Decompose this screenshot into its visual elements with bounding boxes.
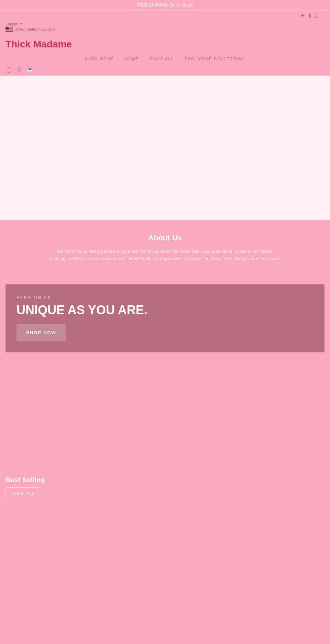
svg-rect-12 xyxy=(6,31,13,32)
brand-title[interactable]: Thick Madame xyxy=(6,39,324,50)
announcement-bar: FREE SHIPPING On all orders xyxy=(0,0,330,11)
svg-rect-8 xyxy=(6,30,13,30)
about-title: About Us xyxy=(6,234,324,242)
product-card[interactable]: SQUARE TOE HIGH HEELS$59.80 xyxy=(247,579,324,644)
fashion-sub-text: FASHION AS xyxy=(16,295,314,300)
nav-shop-all[interactable]: SHOP ALL xyxy=(150,57,174,61)
svg-rect-13 xyxy=(6,27,9,30)
free-shipping-text: FREE SHIPPING xyxy=(137,3,169,8)
currency-chevron: ▾ xyxy=(53,27,55,32)
language-label: English xyxy=(6,22,18,26)
view-all-button[interactable]: VIEW ALL xyxy=(6,487,41,499)
language-currency-bar: English ▾ United States (USD $) ▾ xyxy=(0,20,330,33)
currency-label: United States (USD $) xyxy=(14,27,52,31)
utility-bar: ◯ ⚲ ☕ xyxy=(6,64,324,76)
nav-home[interactable]: HOME xyxy=(125,57,139,61)
social-bar: ☘ ▮ △ ○ xyxy=(0,11,330,20)
promo-image-area xyxy=(0,361,330,471)
products-image-area xyxy=(0,511,330,573)
free-shipping-suffix: On all orders xyxy=(168,3,193,8)
product-card[interactable]: SQUARE HEEL KNIGHT BOOTS$60.54 xyxy=(166,579,244,644)
svg-rect-10 xyxy=(6,31,13,31)
fashion-heading: UNIQUE AS YOU ARE. xyxy=(16,303,314,317)
fashion-banner: FASHION AS UNIQUE AS YOU ARE. SHOP NOW xyxy=(6,284,324,352)
instagram-icon[interactable]: ☘ xyxy=(300,13,305,18)
facebook-icon[interactable]: ▮ xyxy=(308,13,311,18)
best-selling-section: Best Selling VIEW ALL xyxy=(0,471,330,511)
products-grid: SPRING HIGH HEEL$80.25SQUARE TOE CHUNKY … xyxy=(0,573,330,644)
product-image xyxy=(166,579,244,641)
nav-exclusive[interactable]: EXCLUSIVE COLLECTION xyxy=(185,57,245,61)
product-image xyxy=(6,579,83,641)
language-chevron: ▾ xyxy=(20,22,22,26)
product-card[interactable]: SQUARE TOE CHUNKY HEEL BRIGHT LEATHER MI… xyxy=(86,579,164,644)
svg-rect-7 xyxy=(6,30,13,30)
language-row[interactable]: English ▾ xyxy=(6,22,324,26)
product-image xyxy=(247,579,324,641)
shop-now-button[interactable]: SHOP NOW xyxy=(16,324,66,341)
nav-catalogue[interactable]: CATALOGUE xyxy=(85,57,114,61)
svg-rect-11 xyxy=(6,31,13,31)
main-nav: CATALOGUE HOME SHOP ALL EXCLUSIVE COLLEC… xyxy=(6,54,324,64)
twitter-icon[interactable]: △ xyxy=(315,13,318,18)
cart-icon[interactable]: ☕ xyxy=(27,66,34,73)
about-section: About Us We want you to feel gorgeous in… xyxy=(0,220,330,276)
us-flag-icon xyxy=(6,27,13,32)
currency-row[interactable]: United States (USD $) ▾ xyxy=(6,27,324,32)
search-icon[interactable]: ⚲ xyxy=(17,66,21,73)
site-header: Thick Madame CATALOGUE HOME SHOP ALL EXC… xyxy=(0,33,330,76)
product-card[interactable]: SPRING HIGH HEEL$80.25 xyxy=(6,579,83,644)
account-icon[interactable]: ◯ xyxy=(6,66,12,73)
best-selling-title: Best Selling xyxy=(6,476,324,484)
pinterest-icon[interactable]: ○ xyxy=(322,13,324,18)
about-text: We want you to feel gorgeous in your ski… xyxy=(48,248,282,262)
svg-rect-9 xyxy=(6,30,13,31)
hero-image xyxy=(0,76,330,220)
product-image xyxy=(86,579,164,641)
